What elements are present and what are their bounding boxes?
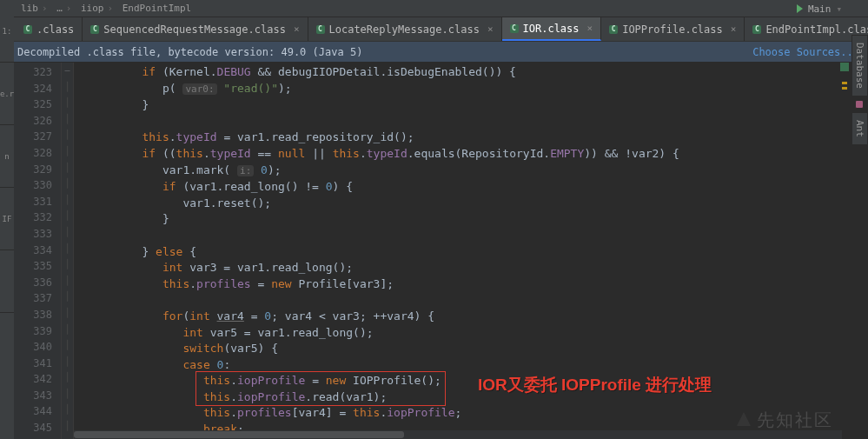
code-lines[interactable]: if (Kernel.DEBUG && debugIIOPDetail.isDe… [81,64,868,438]
code-area[interactable]: if (Kernel.DEBUG && debugIIOPDetail.isDe… [74,63,868,439]
class-icon: C [23,25,32,34]
right-toolwindow-tabs[interactable]: Database Ant [851,35,868,145]
run-icon[interactable] [797,4,803,13]
analysis-ok-icon [840,63,849,71]
ant-icon[interactable] [855,100,864,109]
tool-ant[interactable]: Ant [851,112,868,145]
tab-label: EndPointImpl.class [765,23,868,36]
class-icon: C [609,25,618,34]
horizontal-scrollbar[interactable] [74,430,842,439]
class-icon: C [510,24,519,33]
run-config-name[interactable]: Main [808,3,832,15]
error-stripe[interactable] [840,63,849,419]
choose-sources-link[interactable]: Choose Sources... [752,46,859,58]
tab-endpointimpl-class[interactable]: CEndPointImpl.class× [745,17,868,41]
tab-label: IOPProfile.class [622,23,723,36]
close-icon[interactable]: × [487,23,494,35]
left-toolwindow-stubs[interactable]: 1:e.rnIF [0,0,14,439]
decompile-banner: Decompiled .class file, bytecode version… [0,42,868,63]
editor: 323 324 325 326 327 328 329 330 331 332 … [0,63,868,439]
tab-label: IOR.class [523,23,580,35]
tool-database[interactable]: Database [851,35,868,96]
stripe-mark[interactable] [842,82,847,84]
fold-gutter[interactable]: –││││││││││││││││││││││ [62,63,74,439]
tab-sequencedrequestmessage-class[interactable]: CSequencedRequestMessage.class× [83,17,308,41]
run-config-area[interactable]: Main ▾ [797,0,842,17]
banner-text: Decompiled .class file, bytecode version… [17,46,362,58]
editor-tabs[interactable]: C.classCSequencedRequestMessage.class×CL… [0,17,868,42]
line-gutter[interactable]: 323 324 325 326 327 328 329 330 331 332 … [14,63,62,439]
tab-label: .class [36,23,74,36]
tab--class[interactable]: C.class [16,17,83,41]
class-icon: C [316,25,325,34]
tab-label: LocateReplyMessage.class [329,23,480,36]
scrollbar-thumb[interactable] [74,431,404,438]
stripe-mark[interactable] [842,87,847,90]
close-icon[interactable]: × [587,23,593,34]
class-icon: C [752,25,761,34]
tab-locatereplymessage-class[interactable]: CLocateReplyMessage.class× [308,17,502,41]
close-icon[interactable]: × [294,23,300,35]
tab-label: SequencedRequestMessage.class [103,23,286,36]
close-icon[interactable]: × [731,23,737,35]
class-icon: C [90,25,99,34]
breadcrumb[interactable]: lib› …› iiop› EndPointImpl [0,0,868,17]
tab-iopprofile-class[interactable]: CIOPProfile.class× [601,17,745,41]
tab-ior-class[interactable]: CIOR.class× [502,17,602,41]
